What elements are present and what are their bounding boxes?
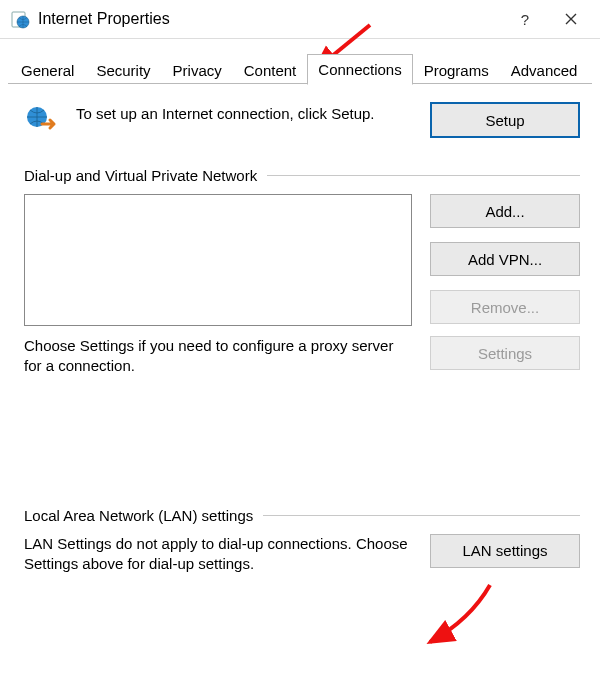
tab-programs[interactable]: Programs bbox=[413, 55, 500, 85]
annotation-arrow-icon bbox=[400, 580, 500, 663]
lan-group-label: Local Area Network (LAN) settings bbox=[24, 507, 580, 524]
dialup-group-label: Dial-up and Virtual Private Network bbox=[24, 167, 580, 184]
setup-button[interactable]: Setup bbox=[430, 102, 580, 138]
tab-security[interactable]: Security bbox=[85, 55, 161, 85]
lan-settings-button[interactable]: LAN settings bbox=[430, 534, 580, 568]
window-title: Internet Properties bbox=[38, 10, 170, 28]
add-connection-button[interactable]: Add... bbox=[430, 194, 580, 228]
titlebar: Internet Properties ? bbox=[0, 0, 600, 39]
tab-advanced[interactable]: Advanced bbox=[500, 55, 589, 85]
proxy-description: Choose Settings if you need to configure… bbox=[24, 336, 412, 377]
dialup-connections-listbox[interactable] bbox=[24, 194, 412, 326]
tabstrip: General Security Privacy Content Connect… bbox=[0, 39, 600, 84]
lan-description: LAN Settings do not apply to dial-up con… bbox=[24, 534, 412, 575]
connection-wizard-icon bbox=[24, 102, 58, 139]
tabpanel-connections: To set up an Internet connection, click … bbox=[0, 84, 600, 584]
internet-options-icon bbox=[10, 9, 30, 29]
connection-settings-button: Settings bbox=[430, 336, 580, 370]
tab-privacy[interactable]: Privacy bbox=[162, 55, 233, 85]
tab-connections[interactable]: Connections bbox=[307, 54, 412, 85]
add-vpn-button[interactable]: Add VPN... bbox=[430, 242, 580, 276]
help-button[interactable]: ? bbox=[502, 4, 548, 34]
tab-content[interactable]: Content bbox=[233, 55, 308, 85]
setup-description: To set up an Internet connection, click … bbox=[76, 102, 412, 124]
close-button[interactable] bbox=[548, 4, 594, 34]
tab-general[interactable]: General bbox=[10, 55, 85, 85]
remove-connection-button: Remove... bbox=[430, 290, 580, 324]
